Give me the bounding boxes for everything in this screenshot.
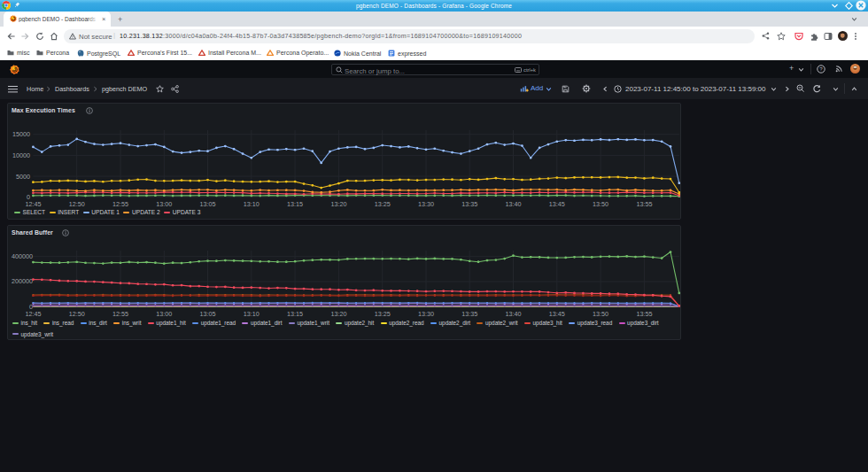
svg-text:5000: 5000 (16, 173, 30, 181)
svg-text:13:00: 13:00 (156, 200, 172, 208)
svg-text:12:55: 12:55 (112, 200, 128, 208)
svg-text:13:20: 13:20 (330, 310, 346, 318)
svg-text:?: ? (819, 66, 823, 72)
svg-text:200000: 200000 (12, 277, 33, 285)
svg-text:13:10: 13:10 (244, 200, 260, 208)
svg-text:13:55: 13:55 (636, 200, 652, 208)
svg-text:400000: 400000 (12, 252, 33, 260)
svg-text:13:45: 13:45 (549, 310, 565, 318)
svg-text:12:50: 12:50 (69, 200, 85, 208)
svg-text:13:05: 13:05 (200, 200, 216, 208)
svg-text:13:50: 13:50 (593, 200, 608, 208)
svg-text:13:40: 13:40 (506, 200, 522, 208)
svg-text:12:55: 12:55 (112, 310, 128, 318)
svg-text:13:00: 13:00 (156, 310, 172, 318)
svg-text:13:30: 13:30 (418, 310, 434, 318)
svg-text:13:40: 13:40 (506, 310, 522, 318)
svg-text:13:35: 13:35 (461, 200, 477, 208)
svg-text:13:15: 13:15 (287, 200, 303, 208)
svg-text:15000: 15000 (12, 130, 30, 138)
svg-text:13:55: 13:55 (636, 310, 652, 318)
svg-text:13:10: 13:10 (244, 310, 260, 318)
svg-text:13:45: 13:45 (549, 200, 565, 208)
svg-text:13:20: 13:20 (330, 200, 346, 208)
svg-text:13:25: 13:25 (375, 310, 391, 318)
svg-text:13:50: 13:50 (593, 310, 608, 318)
svg-text:13:35: 13:35 (461, 310, 477, 318)
svg-text:13:05: 13:05 (200, 310, 216, 318)
svg-text:10000: 10000 (12, 151, 30, 159)
svg-text:12:50: 12:50 (69, 310, 85, 318)
svg-text:13:25: 13:25 (375, 200, 391, 208)
svg-text:13:30: 13:30 (418, 200, 434, 208)
svg-text:12:45: 12:45 (25, 200, 41, 208)
svg-text:12:45: 12:45 (25, 310, 41, 318)
svg-text:13:15: 13:15 (287, 310, 303, 318)
